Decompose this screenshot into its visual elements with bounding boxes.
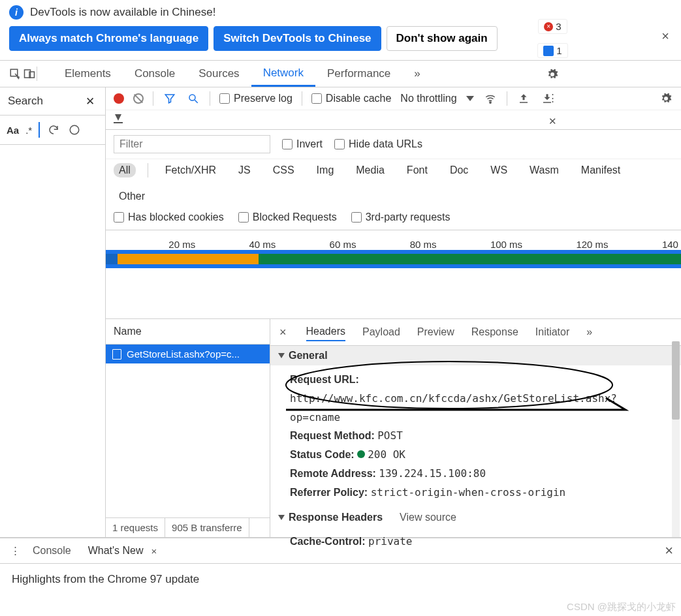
chevron-down-icon[interactable] — [466, 96, 474, 101]
close-search-icon[interactable]: ✕ — [83, 94, 97, 108]
tick: 60 ms — [330, 239, 356, 250]
blocked-requests-checkbox[interactable]: Blocked Requests — [238, 211, 337, 223]
type-wasm[interactable]: Wasm — [524, 163, 564, 177]
status-value: 200 OK — [368, 448, 405, 461]
overview-area[interactable] — [106, 267, 681, 319]
download-icon[interactable] — [540, 91, 554, 106]
filter-icon[interactable] — [163, 91, 177, 106]
tab-console[interactable]: Console — [123, 61, 187, 87]
throttling-select[interactable]: No throttling — [400, 93, 456, 104]
request-name: GetStoreList.ashx?op=c... — [127, 348, 240, 360]
detail-tab-payload[interactable]: Payload — [362, 324, 400, 341]
close-whatsnew-icon[interactable]: × — [151, 546, 157, 557]
switch-chinese-button[interactable]: Switch DevTools to Chinese — [214, 26, 381, 51]
request-row[interactable]: GetStoreList.ashx?op=c... — [106, 345, 270, 363]
cursor-icon — [39, 122, 40, 138]
type-font[interactable]: Font — [402, 163, 433, 177]
import-icon[interactable] — [114, 122, 123, 123]
info-text: DevTools is now available in Chinese! — [30, 6, 215, 19]
svg-point-4 — [189, 95, 195, 100]
general-section[interactable]: General — [270, 346, 681, 365]
type-all[interactable]: All — [114, 163, 136, 177]
clear-icon[interactable] — [67, 123, 82, 137]
search-title: Search — [8, 95, 43, 108]
messages-badge[interactable]: 1 — [537, 43, 567, 58]
gear-icon[interactable] — [545, 67, 560, 82]
errors-badge[interactable]: ×3 — [538, 19, 567, 34]
detail-tab-headers[interactable]: Headers — [306, 323, 345, 341]
type-img[interactable]: Img — [311, 163, 340, 177]
tab-network[interactable]: Network — [251, 61, 315, 87]
type-js[interactable]: JS — [233, 163, 256, 177]
request-list: Name GetStoreList.ashx?op=c... 1 request… — [106, 319, 270, 537]
drawer-tab-console[interactable]: Console — [26, 542, 78, 559]
clear-log-icon[interactable] — [133, 93, 144, 104]
filter-input[interactable] — [114, 135, 270, 153]
search-panel: Search ✕ Aa .* — [0, 87, 106, 537]
always-match-button[interactable]: Always match Chrome's language — [9, 26, 208, 51]
third-party-checkbox[interactable]: 3rd-party requests — [351, 211, 451, 223]
blocked-cookies-checkbox[interactable]: Has blocked cookies — [114, 211, 224, 223]
tick: 100 ms — [490, 239, 522, 250]
network-toolbar-2 — [106, 110, 681, 130]
type-ws[interactable]: WS — [485, 163, 513, 177]
device-icon[interactable] — [22, 67, 37, 81]
general-values: Request URL: http://www.kfc.com.cn/kfccd… — [270, 365, 681, 508]
request-detail: × Headers Payload Preview Response Initi… — [270, 319, 681, 537]
watermark: CSDN @跳探戈的小龙虾 — [567, 601, 676, 613]
regex-toggle[interactable]: .* — [25, 125, 32, 136]
transfer-size: 905 B transferre — [165, 518, 249, 537]
tick: 120 ms — [576, 239, 608, 250]
divider — [153, 91, 153, 106]
type-manifest[interactable]: Manifest — [576, 163, 626, 177]
detail-tab-more[interactable]: » — [586, 324, 592, 341]
request-url-value: http://www.kfc.com.cn/kfccda/ashx/GetSto… — [290, 392, 617, 424]
tab-performance[interactable]: Performance — [315, 61, 402, 87]
refresh-icon[interactable] — [46, 123, 61, 137]
tab-elements[interactable]: Elements — [53, 61, 123, 87]
name-column-header[interactable]: Name — [106, 319, 270, 345]
filter-bar: Invert Hide data URLs — [106, 130, 681, 159]
response-headers-section[interactable]: Response HeadersView source — [270, 508, 681, 527]
svg-point-5 — [489, 102, 490, 103]
match-case-toggle[interactable]: Aa — [7, 125, 19, 136]
detail-tab-preview[interactable]: Preview — [417, 324, 454, 341]
wifi-icon[interactable] — [483, 91, 498, 106]
inspect-icon[interactable] — [8, 67, 22, 81]
network-toolbar: Preserve log Disable cache No throttling — [106, 87, 681, 110]
timeline[interactable]: 20 ms 40 ms 60 ms 80 ms 100 ms 120 ms 14… — [106, 230, 681, 267]
scrollbar[interactable] — [672, 341, 680, 537]
type-doc[interactable]: Doc — [445, 163, 473, 177]
view-source-link[interactable]: View source — [400, 512, 456, 523]
tab-more[interactable]: » — [402, 61, 432, 87]
drawer-kebab-icon[interactable]: ⋮ — [8, 544, 22, 558]
main-tabbar: Elements Console Sources Network Perform… — [0, 60, 681, 87]
record-icon[interactable] — [114, 93, 124, 104]
type-fetch[interactable]: Fetch/XHR — [160, 163, 221, 177]
detail-tab-response[interactable]: Response — [471, 324, 518, 341]
preserve-log-checkbox[interactable]: Preserve log — [219, 93, 293, 104]
tick: 20 ms — [168, 239, 195, 250]
type-media[interactable]: Media — [351, 163, 390, 177]
invert-checkbox[interactable]: Invert — [282, 138, 323, 150]
type-other[interactable]: Other — [114, 189, 150, 204]
file-icon — [112, 349, 121, 360]
disable-cache-checkbox[interactable]: Disable cache — [311, 93, 392, 104]
drawer-tab-whatsnew[interactable]: What's New — [82, 542, 150, 559]
referrer-value: strict-origin-when-cross-origin — [371, 486, 566, 499]
search-icon[interactable] — [186, 91, 200, 106]
tab-sources[interactable]: Sources — [187, 61, 251, 87]
upload-icon[interactable] — [516, 91, 531, 106]
tick: 80 ms — [410, 239, 437, 250]
detail-tab-initiator[interactable]: Initiator — [535, 324, 569, 341]
status-bar: 1 requests 905 B transferre — [106, 517, 270, 537]
hide-data-urls-checkbox[interactable]: Hide data URLs — [334, 138, 422, 150]
disclosure-icon — [278, 353, 285, 358]
response-headers-values: Cache-Control: private — [270, 527, 681, 557]
type-css[interactable]: CSS — [268, 163, 300, 177]
divider — [210, 91, 210, 106]
close-detail-icon[interactable]: × — [279, 326, 287, 339]
close-icon[interactable]: × — [661, 29, 669, 44]
requests-count: 1 requests — [106, 518, 165, 537]
settings-gear-icon[interactable] — [659, 91, 673, 106]
